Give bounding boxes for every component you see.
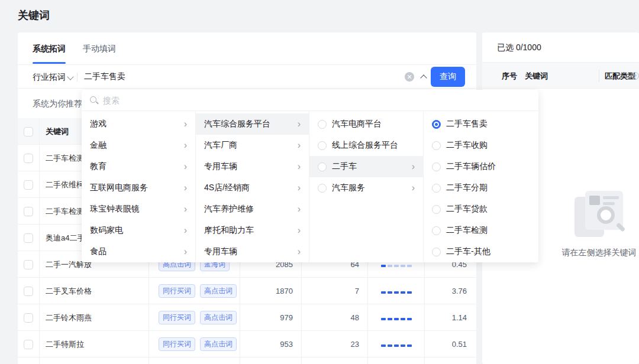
chevron-right-icon: › (184, 204, 187, 214)
cascader-option-active[interactable]: 汽车综合服务平台› (196, 113, 309, 135)
cascader-column-1: 游戏› 金融› 教育› 互联网电商服务› 珠宝钟表眼镜› 数码家电› 食品› (82, 111, 196, 262)
cascader-option[interactable]: 汽车厂商› (196, 135, 309, 156)
table-row: 二手铃木雨燕 同行买词 高点击词 979 48 1.14 (18, 304, 476, 331)
cascader-radio-option[interactable]: 二手车收购 (424, 135, 538, 156)
tab-bar: 系统拓词 手动填词 (18, 32, 476, 65)
query-button[interactable]: 查询 (431, 67, 465, 87)
cascader-column-3: 汽车电商平台 线上综合服务平台 二手车› 汽车服务› (309, 111, 424, 262)
table-row: 二手特斯拉 同行买词 高点击词 953 23 0.51 (18, 331, 476, 358)
keyword-column-header: 关键词 (525, 63, 548, 89)
chevron-right-icon: › (184, 141, 187, 150)
selected-table-header: 序号 关键词 匹配类型 ? (482, 62, 639, 89)
competition-cell: 7 (302, 278, 368, 304)
keyword-cell: 二手叉车价格 (40, 278, 149, 304)
category-dropdown[interactable]: 行业拓词 (33, 65, 66, 89)
cascader-radio-option-active[interactable]: 二手车› (309, 156, 423, 177)
row-checkbox[interactable] (24, 313, 33, 323)
row-checkbox[interactable] (24, 180, 33, 190)
row-checkbox[interactable] (24, 233, 33, 243)
tag-badge: 高点击词 (200, 337, 237, 351)
cascader-search-row (82, 90, 538, 111)
row-checkbox[interactable] (24, 340, 33, 349)
chevron-right-icon: › (298, 247, 301, 256)
competition-bars (380, 287, 412, 295)
cascader-radio-option[interactable]: 二手车贷款 (424, 199, 538, 220)
row-checkbox[interactable] (24, 207, 33, 216)
tab-manual-fill[interactable]: 手动填词 (83, 32, 116, 65)
search-toolbar: 行业拓词 ✕ 查询 (18, 65, 476, 89)
radio-icon[interactable] (432, 162, 441, 171)
cascader-radio-option[interactable]: 线上综合服务平台 (309, 135, 423, 156)
industry-cascader-dropdown: 游戏› 金融› 教育› 互联网电商服务› 珠宝钟表眼镜› 数码家电› 食品› 汽… (82, 90, 538, 262)
tag-badge: 同行买词 (159, 311, 195, 324)
cascader-option[interactable]: 珠宝钟表眼镜› (82, 199, 195, 220)
cascader-radio-option[interactable]: 二手车检测 (424, 220, 538, 241)
tag-badge: 同行买词 (159, 284, 195, 298)
cascader-option[interactable]: 互联网电商服务› (82, 177, 195, 199)
cascader-radio-option[interactable]: 汽车电商平台 (309, 113, 423, 135)
score-cell: 0.51 (425, 331, 476, 358)
radio-icon[interactable] (432, 226, 441, 235)
tag-badge: 高点击词 (200, 284, 237, 298)
chevron-right-icon: › (412, 183, 415, 193)
tab-system-expand[interactable]: 系统拓词 (33, 32, 66, 65)
cascader-option[interactable]: 汽车养护维修› (196, 199, 309, 220)
keyword-search-input[interactable] (84, 68, 404, 86)
help-icon[interactable]: ? (631, 72, 639, 80)
cascader-radio-option[interactable]: 二手车分期 (424, 177, 538, 199)
chevron-right-icon: › (298, 183, 301, 193)
chevron-right-icon: › (412, 162, 415, 171)
tag-badge: 高点击词 (200, 311, 237, 324)
divider (599, 70, 599, 82)
cascader-option[interactable]: 数码家电› (82, 220, 195, 241)
cascader-radio-option-selected[interactable]: 二手车售卖 (424, 113, 538, 135)
cascader-option[interactable]: 食品› (82, 241, 195, 262)
radio-icon[interactable] (318, 141, 327, 150)
chevron-right-icon: › (298, 119, 301, 129)
row-checkbox[interactable] (24, 260, 33, 269)
cascader-radio-option[interactable]: 二手车-其他 (424, 241, 538, 262)
radio-icon[interactable] (318, 162, 327, 171)
cascader-option[interactable]: 摩托和助力车› (196, 220, 309, 241)
select-all-checkbox[interactable] (24, 127, 33, 136)
search-volume-cell: 979 (240, 304, 302, 331)
keyword-cell: 二手特斯拉 (40, 331, 149, 358)
radio-icon[interactable] (432, 205, 441, 214)
chevron-down-icon[interactable] (67, 73, 73, 80)
radio-icon[interactable] (318, 120, 327, 129)
cascader-radio-option[interactable]: 汽车服务› (309, 177, 423, 199)
radio-icon[interactable] (432, 141, 441, 150)
cascader-option[interactable]: 金融› (82, 135, 195, 156)
keyword-page: 关键词 系统拓词 手动填词 行业拓词 ✕ 查询 系统为你推荐以 关键词 二手 (0, 0, 639, 364)
index-column-header: 序号 (502, 63, 517, 89)
clear-icon[interactable]: ✕ (405, 72, 414, 82)
chevron-right-icon: › (184, 226, 187, 235)
cascader-search-input[interactable] (103, 92, 517, 109)
search-volume-cell: 1870 (240, 278, 302, 304)
competition-cell: 23 (302, 331, 368, 358)
cascader-option[interactable]: 教育› (82, 156, 195, 177)
tag-badge: 同行买词 (159, 337, 195, 351)
keyword-cell: 二手铃木雨燕 (40, 304, 149, 331)
radio-icon[interactable] (318, 184, 327, 193)
search-icon (90, 96, 96, 103)
row-checkbox[interactable] (24, 154, 33, 163)
competition-bars (380, 313, 412, 322)
cascader-option[interactable]: 专用车辆› (196, 156, 309, 177)
divider (77, 73, 78, 82)
table-row-partial (18, 358, 476, 364)
cascader-radio-option[interactable]: 二手车辆估价 (424, 156, 538, 177)
chevron-right-icon: › (298, 162, 301, 171)
cascader-option[interactable]: 专用车辆› (196, 241, 309, 262)
search-volume-cell: 953 (240, 331, 302, 358)
radio-icon[interactable] (432, 184, 441, 193)
radio-selected-icon[interactable] (432, 120, 441, 129)
cascader-option[interactable]: 游戏› (82, 113, 195, 135)
chevron-up-icon[interactable] (420, 74, 427, 81)
chevron-right-icon: › (184, 247, 187, 256)
empty-state: 请在左侧选择关键词 (559, 191, 639, 258)
radio-icon[interactable] (432, 248, 441, 256)
row-checkbox[interactable] (24, 287, 33, 296)
chevron-right-icon: › (298, 141, 301, 150)
cascader-option[interactable]: 4S店/经销商› (196, 177, 309, 199)
